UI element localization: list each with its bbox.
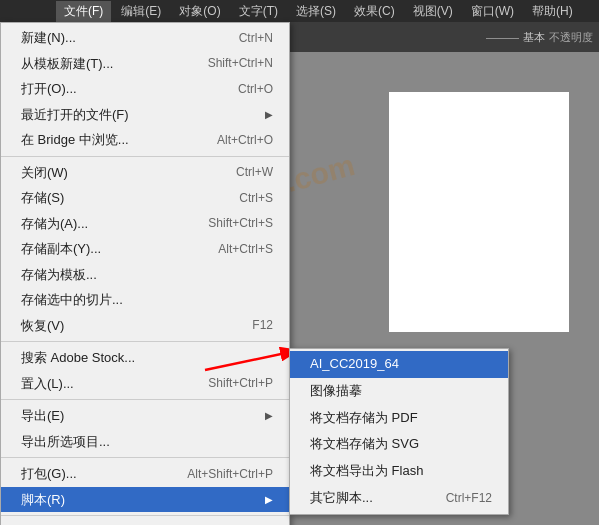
submenu-item-ai-cc[interactable]: AI_CC2019_64 xyxy=(290,351,508,378)
menu-select[interactable]: 选择(S) xyxy=(288,1,344,22)
menu-text[interactable]: 文字(T) xyxy=(231,1,286,22)
menu-edit[interactable]: 编辑(E) xyxy=(113,1,169,22)
menu-item-bridge[interactable]: 在 Bridge 中浏览... Alt+Ctrl+O xyxy=(1,127,289,153)
canvas-white xyxy=(389,92,569,332)
menu-file[interactable]: 文件(F) xyxy=(56,1,111,22)
menu-item-save-selected[interactable]: 存储选中的切片... xyxy=(1,287,289,313)
menu-item-doc-settings[interactable]: 文档设置(D)... Alt+Ctrl+P xyxy=(1,519,289,525)
separator-1 xyxy=(1,156,289,157)
menu-effect[interactable]: 效果(C) xyxy=(346,1,403,22)
menu-item-revert[interactable]: 恢复(V) F12 xyxy=(1,313,289,339)
toolbar-line: ——— xyxy=(486,31,519,43)
menu-item-recent[interactable]: 最近打开的文件(F) ▶ xyxy=(1,102,289,128)
menu-item-export[interactable]: 导出(E) ▶ xyxy=(1,403,289,429)
menu-item-save-template[interactable]: 存储为模板... xyxy=(1,262,289,288)
menu-bar: 文件(F) 编辑(E) 对象(O) 文字(T) 选择(S) 效果(C) 视图(V… xyxy=(0,0,599,22)
menu-item-new[interactable]: 新建(N)... Ctrl+N xyxy=(1,25,289,51)
toolbar-opacity: 不透明度 xyxy=(549,30,593,45)
submenu-item-export-flash[interactable]: 将文档导出为 Flash xyxy=(290,458,508,485)
menu-view[interactable]: 视图(V) xyxy=(405,1,461,22)
submenu-item-image-capture[interactable]: 图像描摹 xyxy=(290,378,508,405)
menu-item-save[interactable]: 存储(S) Ctrl+S xyxy=(1,185,289,211)
toolbar-base: 基本 xyxy=(523,30,545,45)
submenu-item-save-pdf[interactable]: 将文档存储为 PDF xyxy=(290,405,508,432)
separator-4 xyxy=(1,457,289,458)
menu-help[interactable]: 帮助(H) xyxy=(524,1,581,22)
menu-item-search-stock[interactable]: 搜索 Adobe Stock... xyxy=(1,345,289,371)
menu-item-scripts[interactable]: 脚本(R) ▶ xyxy=(1,487,289,513)
separator-3 xyxy=(1,399,289,400)
menu-item-save-copy[interactable]: 存储副本(Y)... Alt+Ctrl+S xyxy=(1,236,289,262)
submenu-item-save-svg[interactable]: 将文档存储为 SVG xyxy=(290,431,508,458)
toolbar-right: ——— 基本 不透明度 xyxy=(486,30,593,45)
menu-item-new-template[interactable]: 从模板新建(T)... Shift+Ctrl+N xyxy=(1,51,289,77)
menu-item-place[interactable]: 置入(L)... Shift+Ctrl+P xyxy=(1,371,289,397)
scripts-submenu: AI_CC2019_64 图像描摹 将文档存储为 PDF 将文档存储为 SVG … xyxy=(289,348,509,515)
separator-5 xyxy=(1,515,289,516)
submenu-item-other-scripts[interactable]: 其它脚本... Ctrl+F12 xyxy=(290,485,508,512)
menu-window[interactable]: 窗口(W) xyxy=(463,1,522,22)
menu-item-close[interactable]: 关闭(W) Ctrl+W xyxy=(1,160,289,186)
menu-item-export-selected[interactable]: 导出所选项目... xyxy=(1,429,289,455)
menu-object[interactable]: 对象(O) xyxy=(171,1,228,22)
file-menu: 新建(N)... Ctrl+N 从模板新建(T)... Shift+Ctrl+N… xyxy=(0,22,290,525)
menu-item-open[interactable]: 打开(O)... Ctrl+O xyxy=(1,76,289,102)
menu-item-save-as[interactable]: 存储为(A)... Shift+Ctrl+S xyxy=(1,211,289,237)
menu-item-package[interactable]: 打包(G)... Alt+Shift+Ctrl+P xyxy=(1,461,289,487)
separator-2 xyxy=(1,341,289,342)
